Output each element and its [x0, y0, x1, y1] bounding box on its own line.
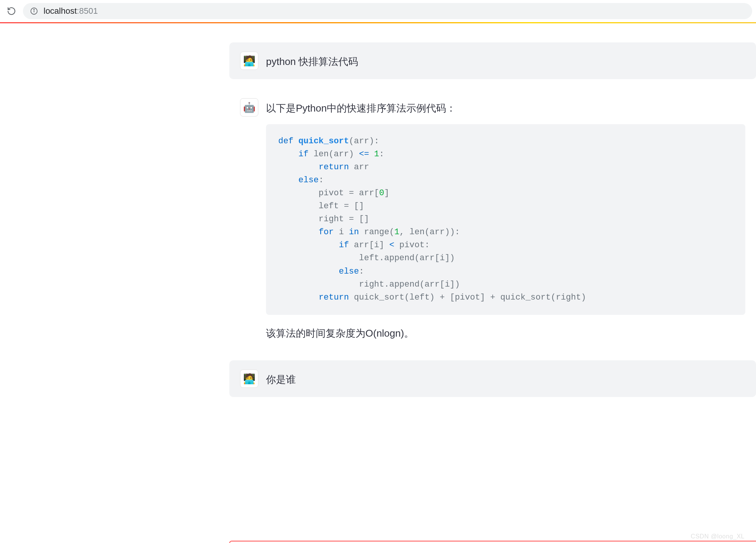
chat-message-assistant: 🤖 以下是Python中的快速排序算法示例代码： def quick_sort(… [229, 89, 756, 350]
url-host: localhost [44, 6, 77, 16]
address-bar[interactable]: localhost:8501 [23, 3, 752, 19]
message-intro: 以下是Python中的快速排序算法示例代码： [266, 100, 745, 117]
url-text: localhost:8501 [44, 6, 98, 16]
code-block[interactable]: def quick_sort(arr): if len(arr) <= 1: r… [266, 124, 745, 315]
message-text: python 快排算法代码 [266, 54, 745, 70]
chat-message-user: 🧑‍💻 python 快排算法代码 [229, 42, 756, 79]
reload-button[interactable] [4, 3, 19, 19]
site-info-icon[interactable] [30, 7, 38, 15]
browser-toolbar: localhost:8501 [0, 0, 756, 22]
avatar: 🤖 [240, 98, 258, 117]
message-content: 以下是Python中的快速排序算法示例代码： def quick_sort(ar… [266, 98, 745, 341]
chat-message-user: 🧑‍💻 你是谁 [229, 360, 756, 397]
chat-container: 🧑‍💻 python 快排算法代码 🤖 以下是Python中的快速排序算法示例代… [229, 42, 756, 397]
message-text: 你是谁 [266, 372, 745, 388]
user-avatar-icon: 🧑‍💻 [243, 55, 255, 67]
reload-icon [7, 6, 16, 16]
avatar: 🧑‍💻 [240, 52, 258, 70]
message-content: 你是谁 [266, 370, 745, 388]
user-avatar-icon: 🧑‍💻 [243, 373, 255, 385]
info-icon [30, 7, 38, 15]
url-port: :8501 [77, 6, 98, 16]
message-outro: 该算法的时间复杂度为O(nlogn)。 [266, 326, 745, 342]
bot-avatar-icon: 🤖 [243, 102, 255, 113]
avatar: 🧑‍💻 [240, 370, 258, 388]
app-body: 🧑‍💻 python 快排算法代码 🤖 以下是Python中的快速排序算法示例代… [0, 23, 756, 397]
message-content: python 快排算法代码 [266, 52, 745, 70]
svg-point-2 [34, 9, 34, 10]
